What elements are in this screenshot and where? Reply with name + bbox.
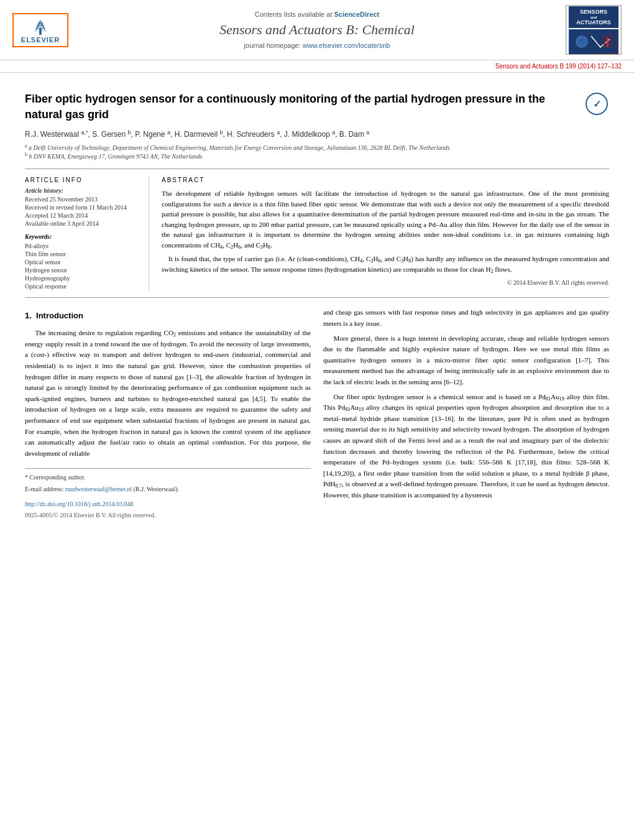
- available-date: Available online 3 April 2014: [25, 220, 139, 227]
- abstract-paragraph-2: It is found that, the type of carrier ga…: [162, 254, 609, 274]
- article-info-heading: ARTICLE INFO: [25, 177, 139, 183]
- affiliation-b: b b DNV KEMA, Energieweg 17, Groningen 9…: [25, 152, 609, 161]
- revised-date: Received in revised form 11 March 2014: [25, 204, 139, 211]
- doi-link[interactable]: http://dx.doi.org/10.1016/j.snb.2014.03.…: [25, 501, 134, 507]
- keyword-2: Thin film sensor: [25, 251, 139, 257]
- article-info-col: ARTICLE INFO Article history: Received 2…: [25, 177, 149, 291]
- main-content: Fiber optic hydrogen sensor for a contin…: [0, 73, 634, 533]
- journal-info-bar: Sensors and Actuators B 199 (2014) 127–1…: [0, 60, 634, 73]
- keyword-4: Hydrogen sensor: [25, 267, 139, 274]
- elsevier-wordmark: ELSEVIER: [21, 36, 60, 44]
- email-link[interactable]: ruudwesterwaal@hetnet.nl: [65, 486, 132, 492]
- intro-p1-right: and cheap gas sensors with fast response…: [323, 307, 609, 329]
- crossmark-icon: ✓: [586, 93, 608, 115]
- sciencedirect-link[interactable]: ScienceDirect: [334, 11, 380, 18]
- copyright-line: © 2014 Elsevier B.V. All rights reserved…: [162, 279, 609, 286]
- header-center: Contents lists available at ScienceDirec…: [68, 11, 566, 49]
- authors-line: R.J. Westerwaal a,*, S. Gersen b, P. Nge…: [25, 130, 609, 139]
- intro-p1-left: The increasing desire to regulation rega…: [25, 328, 311, 459]
- issn-line: 0925-4005/© 2014 Elsevier B.V. All right…: [25, 510, 311, 520]
- journal-homepage: journal homepage: www.elsevier.com/locat…: [81, 42, 553, 49]
- received-date: Received 25 November 2013: [25, 196, 139, 203]
- keyword-5: Hydrogenography: [25, 275, 139, 282]
- sciencedirect-line: Contents lists available at ScienceDirec…: [81, 11, 553, 18]
- corresponding-footnote: * Corresponding author.: [25, 473, 311, 482]
- affiliation-a: a a Delft University of Technology, Depa…: [25, 144, 609, 152]
- keywords-title: Keywords:: [25, 233, 139, 240]
- body-columns: 1. Introduction The increasing desire to…: [25, 307, 609, 520]
- doi-bar: http://dx.doi.org/10.1016/j.snb.2014.03.…: [25, 499, 311, 509]
- body-col-left: 1. Introduction The increasing desire to…: [25, 307, 311, 520]
- abstract-paragraph-1: The development of reliable hydrogen sen…: [162, 188, 609, 250]
- article-title: Fiber optic hydrogen sensor for a contin…: [25, 91, 572, 122]
- affiliations: a a Delft University of Technology, Depa…: [25, 144, 609, 161]
- accepted-date: Accepted 12 March 2014: [25, 212, 139, 219]
- article-body: ARTICLE INFO Article history: Received 2…: [25, 177, 609, 291]
- homepage-url[interactable]: www.elsevier.com/locate/snb: [303, 42, 390, 49]
- email-footnote: E-mail address: ruudwesterwaal@hetnet.nl…: [25, 484, 311, 494]
- section-divider: [25, 168, 609, 169]
- keyword-3: Optical sensor: [25, 259, 139, 265]
- body-divider: [25, 297, 609, 298]
- abstract-text: The development of reliable hydrogen sen…: [162, 188, 609, 274]
- keywords-section: Keywords: Pd-alloys Thin film sensor Opt…: [25, 233, 139, 290]
- abstract-heading: ABSTRACT: [162, 177, 609, 183]
- svg-point-4: [578, 38, 586, 45]
- intro-p3-right: Our fiber optic hydrogen sensor is a che…: [323, 392, 609, 501]
- svg-rect-7: [610, 34, 612, 47]
- elsevier-logo: ELSEVIER: [12, 13, 68, 47]
- body-col-right: and cheap gas sensors with fast response…: [323, 307, 609, 520]
- article-history: Article history: Received 25 November 20…: [25, 187, 139, 227]
- crossmark-logo[interactable]: ✓: [584, 91, 609, 116]
- svg-rect-5: [604, 35, 605, 47]
- article-title-section: Fiber optic hydrogen sensor for a contin…: [25, 91, 609, 122]
- sensors-logo-image: [569, 29, 618, 54]
- section-1-heading: 1. Introduction: [25, 310, 311, 323]
- abstract-col: ABSTRACT The development of reliable hyd…: [162, 177, 609, 291]
- intro-p2-right: More general, there is a huge interest i…: [323, 333, 609, 388]
- keyword-6: Optical response: [25, 283, 139, 290]
- svg-rect-6: [607, 37, 609, 47]
- journal-header: ELSEVIER Contents lists available at Sci…: [0, 0, 634, 60]
- journal-citation: Sensors and Actuators B 199 (2014) 127–1…: [495, 63, 622, 70]
- journal-title-header: Sensors and Actuators B: Chemical: [81, 22, 553, 38]
- history-label: Article history:: [25, 187, 139, 194]
- footnote-area: * Corresponding author. E-mail address: …: [25, 468, 311, 494]
- sensors-actuators-logo: SENSORS and ACTUATORS: [566, 5, 622, 55]
- keyword-1: Pd-alloys: [25, 242, 139, 249]
